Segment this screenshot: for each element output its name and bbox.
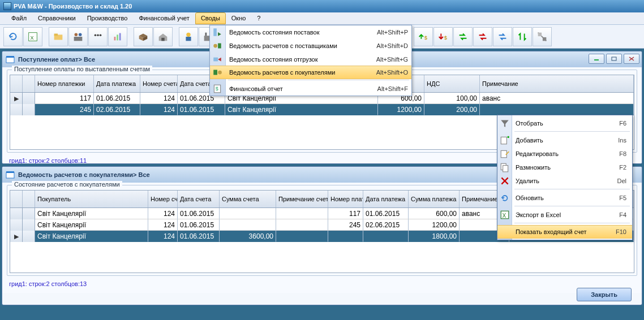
col-sum-inv[interactable]: Сумма счета xyxy=(220,191,276,207)
col-num-inv[interactable]: Номер счета xyxy=(148,191,178,207)
svg-rect-18 xyxy=(114,37,116,40)
win-payments-titletext: Поступление оплат> Все xyxy=(18,56,95,63)
filter-icon xyxy=(500,118,510,128)
tool-worker[interactable] xyxy=(179,27,198,46)
col-date-pay[interactable]: Дата платежа xyxy=(363,191,409,207)
svg-point-22 xyxy=(186,32,190,36)
col-num-inv[interactable]: Номер счета xyxy=(140,75,178,92)
groupbox-title: Поступление оплаты по выставленным счета… xyxy=(12,66,152,72)
tool-folder[interactable] xyxy=(49,27,68,46)
svg-point-15 xyxy=(95,34,97,36)
shipment-status-icon xyxy=(212,54,222,64)
svg-point-12 xyxy=(75,33,78,36)
supplier-calc-icon xyxy=(212,41,222,51)
close-button[interactable]: Закрыть xyxy=(577,288,632,301)
svg-rect-19 xyxy=(117,34,118,40)
reports-dropdown: Ведомость состояния поставок Alt+Shift+P… xyxy=(209,25,412,96)
tool-refresh[interactable] xyxy=(3,27,23,46)
payments-window-icon xyxy=(6,55,15,63)
buyer-window-icon xyxy=(6,171,15,179)
tool-arrow-green-up[interactable]: $ xyxy=(414,27,433,46)
col-buyer[interactable]: Покупатель xyxy=(35,191,148,207)
ctx-delete[interactable]: Удалить Del xyxy=(497,174,632,188)
ctx-refresh[interactable]: Обновить F5 xyxy=(497,191,632,205)
ctx-show-incoming[interactable]: Показать входящий счет F10 xyxy=(497,225,632,239)
ctx-export-excel[interactable]: X Экспорт в Excel F4 xyxy=(497,208,632,222)
svg-point-5 xyxy=(218,71,222,75)
col-num-pay[interactable]: Номер платежки xyxy=(35,75,94,92)
edit-icon xyxy=(500,149,510,159)
dropdown-shortcut: Alt+Shift+P xyxy=(377,29,408,36)
menu-help[interactable]: ? xyxy=(251,12,266,24)
svg-rect-25 xyxy=(205,32,207,36)
tool-group-users[interactable] xyxy=(88,27,108,46)
grid2-status: грид1: строк:2 столбцов:13 xyxy=(7,278,637,288)
tool-exchange-green[interactable] xyxy=(453,27,473,46)
svg-rect-51 xyxy=(501,137,506,144)
svg-rect-44 xyxy=(543,37,546,40)
svg-text:X: X xyxy=(503,213,506,219)
dropdown-item-supplier-calc[interactable]: Ведомость расчетов с поставщиками Alt+Sh… xyxy=(210,39,411,53)
svg-point-13 xyxy=(79,33,82,36)
menu-file[interactable]: Файл xyxy=(6,12,32,24)
menubar: Файл Справочники Производство Финансовый… xyxy=(0,12,644,25)
tool-exchange-red[interactable] xyxy=(473,27,492,46)
dropdown-label: Ведомость расчетов с покупателями xyxy=(229,69,376,76)
col-date-inv[interactable]: Дата счета xyxy=(178,191,220,207)
delete-icon xyxy=(500,176,510,186)
dropdown-label: Ведомость состояния отгрузок xyxy=(229,56,376,63)
menu-production[interactable]: Производство xyxy=(81,12,134,24)
supply-status-icon xyxy=(212,27,222,37)
add-icon xyxy=(500,135,510,145)
svg-rect-48 xyxy=(612,57,616,60)
col-num-pay[interactable]: Номер платежн докумен xyxy=(328,191,363,207)
svg-rect-50 xyxy=(6,171,14,173)
dropdown-item-supply-status[interactable]: Ведомость состояния поставок Alt+Shift+P xyxy=(210,25,411,39)
groupbox-title: Состояние расчетов с покупателями xyxy=(12,181,122,188)
close-button[interactable] xyxy=(624,54,639,64)
ctx-duplicate[interactable]: Размножить F2 xyxy=(497,161,632,174)
svg-point-17 xyxy=(100,34,102,36)
tool-warehouse[interactable] xyxy=(153,27,173,46)
buyer-calc-icon xyxy=(212,67,222,77)
dropdown-item-shipment-status[interactable]: Ведомость состояния отгрузок Alt+Shift+G xyxy=(210,53,411,66)
svg-point-16 xyxy=(97,34,99,36)
tool-box[interactable] xyxy=(134,27,153,46)
col-date-pay[interactable]: Дата платежа xyxy=(94,75,140,92)
svg-text:$: $ xyxy=(216,86,218,92)
svg-rect-0 xyxy=(213,28,217,36)
ctx-edit[interactable]: Редактировать F8 xyxy=(497,147,632,161)
dropdown-item-fin-report[interactable]: $ Финансовый отчет Alt+Shift+F xyxy=(210,82,411,96)
svg-rect-11 xyxy=(54,33,58,36)
col-nds[interactable]: НДС xyxy=(424,75,480,92)
svg-rect-43 xyxy=(538,32,542,36)
menu-window[interactable]: Окно xyxy=(226,12,252,24)
svg-point-1 xyxy=(213,44,217,48)
svg-rect-45 xyxy=(6,57,14,63)
menu-reports[interactable]: Своды xyxy=(195,12,226,24)
menu-dictionaries[interactable]: Справочники xyxy=(32,12,81,24)
tool-export-excel[interactable]: X xyxy=(23,27,42,46)
dropdown-shortcut: Alt+Shift+D xyxy=(376,42,408,49)
menu-finance[interactable]: Финансовый учет xyxy=(133,12,195,24)
minimize-button[interactable] xyxy=(589,54,604,64)
tool-arrow-red-down[interactable]: $ xyxy=(433,27,453,46)
col-note[interactable]: Примечание xyxy=(480,75,634,92)
tool-up-down[interactable] xyxy=(513,27,532,46)
svg-rect-14 xyxy=(74,37,83,41)
dropdown-item-buyer-calc[interactable]: Ведомость расчетов с покупателями Alt+Sh… xyxy=(210,66,411,79)
ctx-select[interactable]: Отобрать F6 xyxy=(497,116,632,130)
table-row[interactable]: 245 02.06.2015 124 01.06.2015 Світ Канце… xyxy=(10,104,634,115)
tool-split[interactable] xyxy=(533,27,552,46)
tool-users[interactable] xyxy=(68,27,88,46)
svg-rect-23 xyxy=(186,37,191,41)
col-sum-pay[interactable]: Сумма платежа xyxy=(409,191,460,207)
titlebar: PVA M&W - Производство и склад 1.20 xyxy=(0,0,644,12)
dropdown-shortcut: Alt+Shift+G xyxy=(376,56,408,63)
tool-chart[interactable] xyxy=(108,27,127,46)
maximize-button[interactable] xyxy=(606,54,622,64)
col-note-inv[interactable]: Примечание счета xyxy=(276,191,328,207)
win-buyer-titletext: Ведомость расчетов с покупателями> Все xyxy=(18,171,150,178)
tool-left-right-blue[interactable] xyxy=(493,27,512,46)
ctx-add[interactable]: Добавить Ins xyxy=(497,133,632,147)
